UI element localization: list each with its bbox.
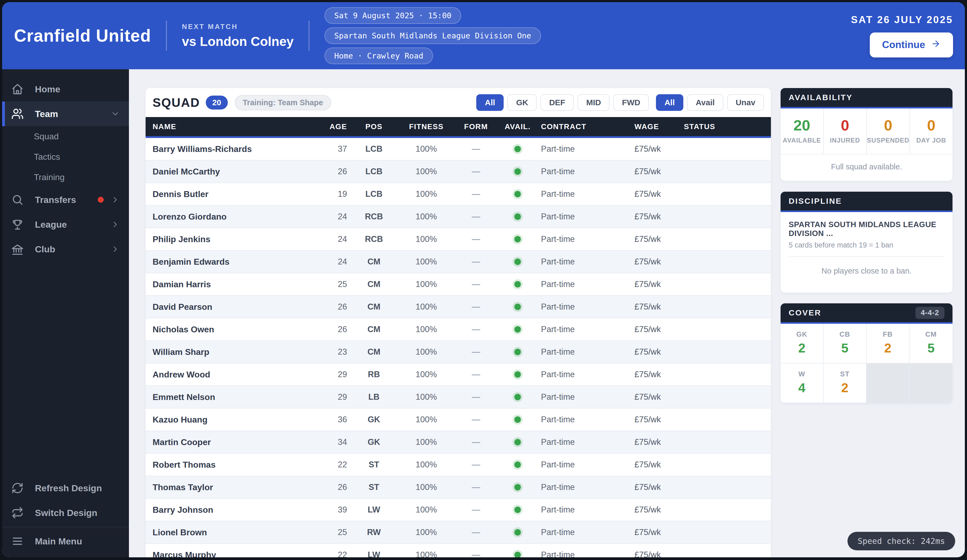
table-row[interactable]: Benjamin Edwards 24 CM 100% — Part-time … <box>145 251 771 273</box>
cover-cell-gk: GK 2 <box>781 324 823 364</box>
discipline-panel: DISCIPLINE SPARTAN SOUTH MIDLANDS LEAGUE… <box>781 192 952 293</box>
player-wage: £75/wk <box>634 370 677 379</box>
sidebar-item-training[interactable]: Training <box>2 167 129 188</box>
table-row[interactable]: Martin Cooper 34 GK 100% — Part-time £75… <box>145 431 771 454</box>
table-row[interactable]: Dennis Butler 19 LCB 100% — Part-time £7… <box>145 183 771 206</box>
player-availability <box>500 191 535 197</box>
main-content: SQUAD 20 Training: Team Shape AllGKDEFMI… <box>129 69 965 557</box>
right-column: AVAILABILITY 20 AVAILABLE 0 INJURED 0 SU… <box>781 88 952 557</box>
player-availability <box>500 281 535 288</box>
player-contract: Part-time <box>535 324 634 334</box>
table-row[interactable]: Marcus Murphy 22 LW 100% — Part-time £75… <box>145 544 771 557</box>
player-name: David Pearson <box>145 302 317 312</box>
sidebar-item-club[interactable]: Club <box>2 237 129 262</box>
table-row[interactable]: Lorenzo Giordano 24 RCB 100% — Part-time… <box>145 206 771 228</box>
stat-label: SUSPENDED <box>867 137 909 144</box>
table-row[interactable]: Lionel Brown 25 RW 100% — Part-time £75/… <box>145 521 771 544</box>
player-fitness: 100% <box>401 460 452 469</box>
sidebar-item-league[interactable]: League <box>2 212 129 237</box>
table-row[interactable]: Kazuo Huang 36 GK 100% — Part-time £75/w… <box>145 408 771 431</box>
table-row[interactable]: David Pearson 26 CM 100% — Part-time £75… <box>145 296 771 318</box>
player-contract: Part-time <box>535 234 634 244</box>
cover-cell <box>909 364 952 403</box>
table-row[interactable]: Emmett Nelson 29 LB 100% — Part-time £75… <box>145 386 771 408</box>
sidebar-item-squad[interactable]: Squad <box>2 126 129 147</box>
player-position: LW <box>347 505 401 515</box>
player-availability <box>500 552 535 557</box>
sidebar-item-transfers[interactable]: Transfers <box>2 188 129 212</box>
table-row[interactable]: Barry Williams-Richards 37 LCB 100% — Pa… <box>145 138 771 161</box>
column-header-status: STATUS <box>677 122 771 131</box>
player-availability <box>500 417 535 423</box>
filter-button-mid[interactable]: MID <box>578 94 609 111</box>
sidebar-item-label: Club <box>35 244 111 255</box>
player-form: — <box>452 167 500 176</box>
bank-icon <box>11 243 24 255</box>
player-wage: £75/wk <box>634 280 677 289</box>
player-age: 22 <box>317 460 347 469</box>
available-dot-icon <box>514 484 521 491</box>
sidebar-item-switch-design[interactable]: Switch Design <box>2 501 129 525</box>
sidebar-item-refresh-design[interactable]: Refresh Design <box>2 476 129 501</box>
training-chip[interactable]: Training: Team Shape <box>235 95 331 110</box>
player-availability <box>500 439 535 445</box>
discipline-body: SPARTAN SOUTH MIDLANDS LEAGUE DIVISION .… <box>781 212 952 293</box>
table-row[interactable]: Robert Thomas 22 ST 100% — Part-time £75… <box>145 454 771 476</box>
current-date: SAT 26 JULY 2025 <box>851 14 953 25</box>
player-contract: Part-time <box>535 257 634 267</box>
player-availability <box>500 461 535 468</box>
cover-count: 4 <box>781 380 823 395</box>
player-fitness: 100% <box>401 302 452 312</box>
filter-button-gk[interactable]: GK <box>507 94 537 111</box>
player-name: Dennis Butler <box>145 189 317 199</box>
sidebar-item-team[interactable]: Team <box>2 102 129 126</box>
filter-button-all[interactable]: All <box>476 94 503 111</box>
player-position: LW <box>347 550 401 557</box>
table-row[interactable]: Nicholas Owen 26 CM 100% — Part-time £75… <box>145 318 771 341</box>
player-fitness: 100% <box>401 437 452 447</box>
player-age: 26 <box>317 324 347 334</box>
filter-button-unav[interactable]: Unav <box>727 94 764 111</box>
sidebar-item-tactics[interactable]: Tactics <box>2 147 129 167</box>
table-row[interactable]: William Sharp 23 CM 100% — Part-time £75… <box>145 341 771 364</box>
table-row[interactable]: Thomas Taylor 26 ST 100% — Part-time £75… <box>145 476 771 499</box>
player-age: 26 <box>317 167 347 176</box>
player-position: CM <box>347 257 401 267</box>
filter-button-fwd[interactable]: FWD <box>613 94 649 111</box>
cover-cell-cb: CB 5 <box>823 324 866 364</box>
player-wage: £75/wk <box>634 392 677 402</box>
squad-table: Barry Williams-Richards 37 LCB 100% — Pa… <box>145 138 771 557</box>
table-row[interactable]: Andrew Wood 29 RB 100% — Part-time £75/w… <box>145 364 771 386</box>
player-position: ST <box>347 460 401 469</box>
cover-cell-w: W 4 <box>781 364 823 403</box>
table-row[interactable]: Philip Jenkins 24 RCB 100% — Part-time £… <box>145 228 771 251</box>
discipline-title: DISCIPLINE <box>789 196 842 206</box>
table-row[interactable]: Barry Johnson 39 LW 100% — Part-time £75… <box>145 499 771 521</box>
player-fitness: 100% <box>401 167 452 176</box>
menu-icon <box>11 535 24 547</box>
sidebar-sublist: SquadTacticsTraining <box>2 126 129 188</box>
available-dot-icon <box>514 507 521 513</box>
availability-panel: AVAILABILITY 20 AVAILABLE 0 INJURED 0 SU… <box>781 88 952 181</box>
sidebar-item-main-menu[interactable]: Main Menu <box>2 529 129 553</box>
cover-count: 2 <box>866 341 909 356</box>
filter-button-all[interactable]: All <box>656 94 683 111</box>
filter-button-avail[interactable]: Avail <box>687 94 723 111</box>
player-name: Barry Johnson <box>145 505 317 515</box>
continue-button[interactable]: Continue <box>870 33 953 58</box>
player-wage: £75/wk <box>634 415 677 425</box>
available-dot-icon <box>514 461 521 468</box>
availability-filters: AllAvailUnav <box>656 94 764 111</box>
column-header-name: NAME <box>145 122 317 131</box>
player-contract: Part-time <box>535 460 634 469</box>
player-form: — <box>452 257 500 267</box>
player-fitness: 100% <box>401 280 452 289</box>
table-row[interactable]: Daniel McCarthy 26 LCB 100% — Part-time … <box>145 161 771 183</box>
match-info-pills: Sat 9 August 2025 · 15:00Spartan South M… <box>325 7 541 64</box>
filter-button-def[interactable]: DEF <box>540 94 574 111</box>
player-contract: Part-time <box>535 189 634 199</box>
table-row[interactable]: Damian Harris 25 CM 100% — Part-time £75… <box>145 273 771 296</box>
player-wage: £75/wk <box>634 212 677 221</box>
player-contract: Part-time <box>535 144 634 154</box>
sidebar-item-home[interactable]: Home <box>2 77 129 102</box>
